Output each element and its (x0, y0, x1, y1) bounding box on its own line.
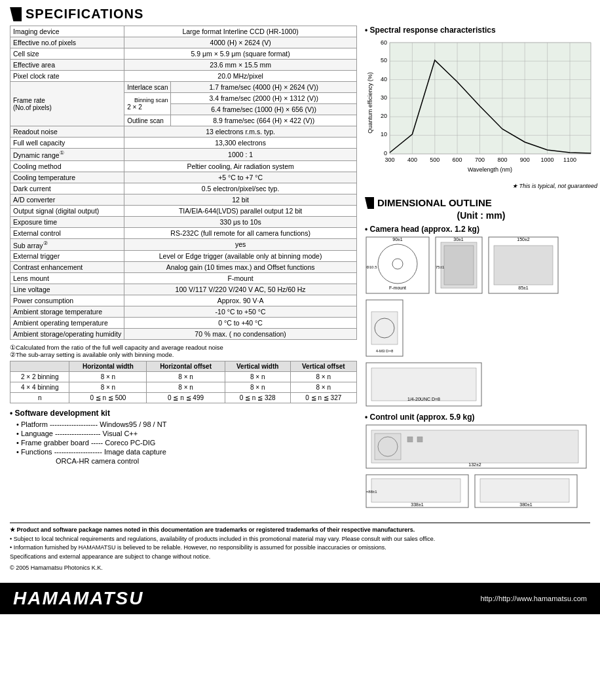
table-row: Power consumption Approx. 90 V·A (10, 295, 357, 306)
table-row: Full well capacity 13,300 electrons (10, 138, 357, 149)
footnote-2: ②The sub-array setting is available only… (10, 351, 357, 358)
label-imaging-device: Imaging device (10, 26, 124, 37)
copyright: © 2005 Hamamatsu Photonics K.K. (10, 564, 590, 573)
value-interlace: 1.7 frame/sec (4000 (H) × 2624 (V)) (171, 82, 357, 93)
camera-bottom-diagrams: 1/4-20UNC D=8 (365, 361, 597, 407)
label-pixels: Effective no.of pixels (10, 37, 124, 48)
disclaimer-line-3: Specifications and external appearance a… (10, 553, 590, 562)
svg-text:700: 700 (475, 157, 485, 163)
svg-text:1000: 1000 (541, 157, 554, 163)
main-two-col: Imaging device Large format Interline CC… (10, 26, 590, 509)
spectral-chart: 0 10 20 30 40 50 60 300 400 500 600 700 … (365, 37, 597, 181)
control-unit-side-diagrams: 338±1 ≈88±1 380±1 (365, 473, 597, 509)
cam-bottom-view: 1/4-20UNC D=8 (365, 361, 483, 407)
value-ext-control: RS-232C (full remote for all camera func… (124, 227, 357, 238)
value-imaging-device: Large format Interline CCD (HR-1000) (124, 26, 357, 37)
table-row: Sub array② yes (10, 238, 357, 251)
label-framerate: Frame rate(No.of pixels) (10, 82, 124, 126)
binning-header: Horizontal width Horizontal offset Verti… (10, 361, 357, 372)
value-operating-temp: 0 °C to +40 °C (124, 318, 357, 329)
table-row: Exposure time 330 μs to 10s (10, 216, 357, 227)
value-cell-size: 5.9 μm × 5.9 μm (square format) (124, 48, 357, 60)
svg-text:900: 900 (520, 157, 530, 163)
disclaimer-line-2: • Information furnished by HAMAMATSU is … (10, 543, 590, 553)
svg-text:≈88±1: ≈88±1 (366, 490, 377, 494)
table-row-framerate: Frame rate(No.of pixels) Interlace scan … (10, 82, 357, 93)
hamamatsu-logo: HAMAMATSU (13, 588, 143, 609)
svg-rect-62 (407, 437, 413, 442)
spec-title-icon (10, 7, 22, 22)
svg-text:10: 10 (381, 131, 387, 138)
disclaimer-section: ★ Product and software package names not… (10, 523, 590, 573)
svg-text:40: 40 (381, 76, 387, 83)
svg-text:132±2: 132±2 (468, 462, 481, 467)
dim-title-row: DIMENSIONAL OUTLINE (365, 197, 597, 209)
table-row: Ambient operating temperature 0 °C to +4… (10, 318, 357, 329)
svg-text:60: 60 (381, 39, 387, 46)
label-exposure: Exposure time (10, 216, 124, 227)
software-items: Platform -------------------- Windows95 … (16, 420, 357, 465)
svg-text:30: 30 (381, 94, 387, 101)
cam-head-title: Camera head (approx. 1.2 kg) (365, 225, 597, 234)
table-row: Line voltage 100 V/117 V/220 V/240 V AC,… (10, 284, 357, 295)
svg-text:1/4-20UNC D=8: 1/4-20UNC D=8 (407, 397, 440, 401)
table-row: External control RS-232C (full remote fo… (10, 227, 357, 238)
ctrl-unit-title: Control unit (approx. 5.9 kg) (365, 413, 597, 422)
table-row: Pixel clock rate 20.0 MHz/pixel (10, 71, 357, 82)
label-lens: Lens mount (10, 273, 124, 284)
disclaimer-line-1: • Subject to local technical requirement… (10, 535, 590, 544)
binning-col-hoffset: Horizontal offset (147, 361, 225, 372)
value-voltage: 100 V/117 V/220 V/240 V AC, 50 Hz/60 Hz (124, 284, 357, 295)
label-readout: Readout noise (10, 126, 124, 138)
value-pixel-clock: 20.0 MHz/pixel (124, 71, 357, 82)
value-pixels: 4000 (H) × 2624 (V) (124, 37, 357, 48)
value-subarray: yes (124, 238, 357, 251)
value-power: Approx. 90 V·A (124, 295, 357, 306)
software-item-functions: Functions -------------------- Image dat… (16, 448, 357, 456)
svg-point-37 (378, 244, 417, 284)
svg-text:400: 400 (407, 157, 417, 163)
cam-side-view1: 30±1 75±1 (434, 236, 483, 295)
svg-text:F-mount: F-mount (389, 286, 406, 290)
software-section: Software development kit Platform ------… (10, 409, 357, 465)
hamamatsu-footer: HAMAMATSU http://http://www.hamamatsu.co… (0, 583, 600, 614)
binning-label-4x4: 4 × 4 binning (10, 382, 69, 393)
label-outline: Outline scan (124, 115, 171, 126)
binning-table: Horizontal width Horizontal offset Verti… (10, 361, 357, 403)
label-output: Output signal (digital output) (10, 205, 124, 216)
svg-text:75±1: 75±1 (436, 265, 445, 269)
binning-row-2x2: 2 × 2 binning 8 × n 8 × n 8 × n 8 × n (10, 372, 357, 382)
svg-text:800: 800 (497, 157, 507, 163)
label-cooling-method: Cooling method (10, 160, 124, 172)
label-humidity: Ambient storage/operating humidity (10, 329, 124, 340)
svg-rect-56 (371, 368, 476, 401)
value-binning-2x2: 3.4 frame/sec (2000 (H) × 1312 (V)) (171, 93, 357, 104)
value-fullwell: 13,300 electrons (124, 138, 357, 149)
table-row: Ambient storage temperature -10 °C to +5… (10, 306, 357, 318)
label-eff-area: Effective area (10, 60, 124, 71)
binning-col-hwidth: Horizontal width (69, 361, 147, 372)
binning-col-voffset: Vertical offset (290, 361, 356, 372)
binning-val-n4: 0 ≦ n ≦ 327 (290, 393, 356, 403)
binning-row-4x4: 4 × 4 binning 8 × n 8 × n 8 × n 8 × n (10, 382, 357, 393)
table-row: Ambient storage/operating humidity 70 % … (10, 329, 357, 340)
table-row: Cooling method Peltier cooling, Air radi… (10, 160, 357, 172)
hamamatsu-url: http://http://www.hamamatsu.com (480, 595, 587, 602)
right-col: Spectral response characteristics (365, 26, 597, 509)
binning-label-n: n (10, 393, 69, 403)
label-power: Power consumption (10, 295, 124, 306)
cam-front-view: F-mount 90±1 Φ10.5 (365, 236, 430, 295)
value-exposure: 330 μs to 10s (124, 216, 357, 227)
left-col: Imaging device Large format Interline CC… (10, 26, 357, 509)
svg-rect-66 (371, 479, 460, 502)
spectral-section: Spectral response characteristics (365, 26, 597, 189)
software-item-framegrabber: Frame grabber board ----- Coreco PC-DIG (16, 439, 357, 447)
svg-text:4-M3 D=8: 4-M3 D=8 (376, 349, 394, 353)
dim-unit: (Unit : mm) (365, 210, 597, 221)
value-cooling-temp: +5 °C to +7 °C (124, 172, 357, 183)
label-ad: A/D converter (10, 194, 124, 205)
disclaimer-bold: ★ Product and software package names not… (10, 526, 590, 535)
binning-val: 8 × n (290, 382, 356, 393)
dim-section: DIMENSIONAL OUTLINE (Unit : mm) Camera h… (365, 197, 597, 509)
value-ext-trigger: Level or Edge trigger (available only at… (124, 251, 357, 262)
